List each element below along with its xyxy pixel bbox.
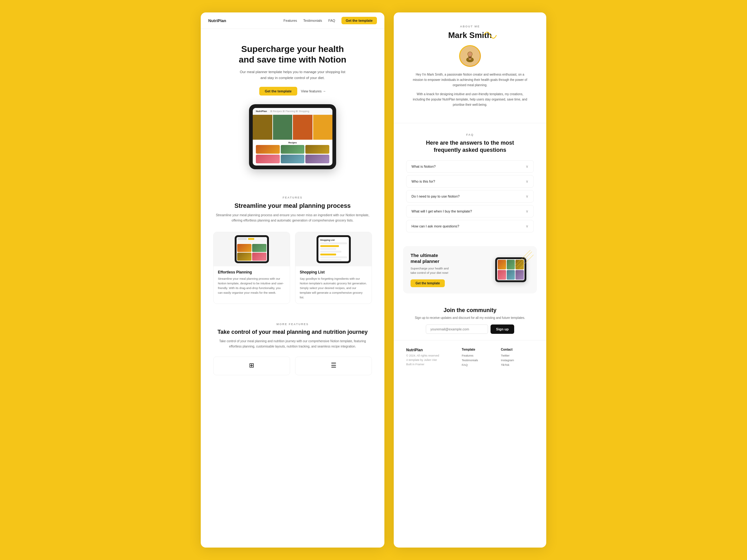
list-icon: ☰	[331, 362, 336, 369]
feature-card-shopping-body: Shopping List Say goodbye to forgetting …	[295, 266, 371, 304]
cta-thumb-4	[498, 270, 506, 280]
mini-thumb-1	[237, 244, 252, 252]
hero-features-link[interactable]: View features →	[301, 87, 326, 96]
footer-link-features[interactable]: Features	[462, 354, 495, 357]
more-features-text: Take control of your meal planning and n…	[213, 339, 372, 349]
feature-card-planning: Effortless Planning Streamline your meal…	[213, 232, 290, 304]
mini-thumb-4	[252, 252, 266, 261]
footer-copy: © 2024. All rights reserved	[406, 354, 456, 357]
recipe-thumb-2	[281, 145, 305, 154]
email-input[interactable]	[426, 324, 488, 334]
footer-template-col: Template Features Testimonials FAQ	[462, 348, 495, 368]
food-cell-3	[293, 115, 312, 140]
mini-screen-planning	[236, 237, 267, 261]
faq-item-4[interactable]: How can I ask more questions? ∨	[406, 220, 534, 232]
about-label: ABOUT ME	[412, 25, 527, 28]
mini-bar	[237, 238, 247, 240]
more-feature-icons: ⊞ ☰	[213, 356, 372, 375]
faq-item-3[interactable]: What will I get when I buy the template?…	[406, 205, 534, 217]
feature-card-shopping-title: Shopping List	[300, 270, 367, 274]
food-cell-2	[273, 115, 292, 140]
nav-link-features[interactable]: Features	[284, 19, 297, 22]
mini-list-3	[320, 248, 336, 250]
recipe-thumb-3	[305, 145, 329, 154]
faq-question-4: How can I ask more questions?	[411, 224, 459, 228]
mini-bar-accent	[248, 238, 254, 240]
cta-thumb-6	[515, 270, 524, 280]
faq-chevron-2: ∨	[526, 194, 529, 198]
cta-thumb-5	[507, 270, 515, 280]
mini-list-4	[320, 251, 342, 252]
mini-thumb-3	[237, 252, 252, 261]
hero-tablet-mockup: NutriPlan ⊞ Recipes ⊞ Planning ⊞ Shoppin…	[249, 104, 336, 169]
feature-card-planning-title: Effortless Planning	[218, 270, 285, 274]
faq-section: FAQ Here are the answers to the mostfreq…	[394, 126, 546, 241]
footer-link-faq[interactable]: FAQ	[462, 363, 495, 367]
nav-link-faq[interactable]: FAQ	[328, 19, 335, 22]
nav-link-testimonials[interactable]: Testimonials	[303, 19, 322, 22]
nav-cta-button[interactable]: Get the template	[341, 17, 377, 24]
cta-title: The ultimatemeal planner	[411, 252, 490, 264]
features-title: Streamline your meal planning process	[213, 202, 372, 209]
more-feature-icon-grid: ⊞	[213, 356, 290, 375]
more-features-title: Take control of your meal planning and n…	[213, 329, 372, 336]
faq-title: Here are the answers to the mostfrequent…	[406, 139, 534, 154]
cta-card: The ultimatemeal planner Supercharge you…	[403, 246, 537, 294]
faq-question-3: What will I get when I buy the template?	[411, 209, 472, 213]
mini-screen-shopping: Shopping List	[318, 237, 349, 261]
about-name-wrap: Mark Smith	[448, 30, 492, 45]
mini-list-6	[320, 256, 347, 258]
mini-list-7	[320, 259, 342, 261]
footer-contact-title: Contact	[501, 348, 534, 351]
feature-card-planning-body: Effortless Planning Streamline your meal…	[213, 266, 290, 299]
recipe-thumb-5	[281, 155, 305, 163]
mini-list-2	[320, 245, 339, 247]
about-bio2: With a knack for designing intuitive and…	[412, 91, 527, 107]
faq-question-2: Do I need to pay to use Notion?	[411, 194, 460, 198]
feature-card-planning-text: Streamline your meal planning process wi…	[218, 276, 285, 295]
faq-chevron-1: ∨	[526, 179, 529, 184]
footer-template-title: Template	[462, 348, 495, 351]
left-page-card: NutriPlan Features Testimonials FAQ Get …	[201, 12, 384, 548]
more-feature-icon-list: ☰	[295, 356, 372, 375]
footer-grid: NutriPlan © 2024. All rights reserved A …	[406, 348, 534, 368]
hero-cta-button[interactable]: Get the template	[259, 87, 297, 96]
svg-point-2	[468, 52, 472, 56]
signup-button[interactable]: Sign up	[491, 324, 514, 334]
faq-item-0[interactable]: What is Notion? ∨	[406, 160, 534, 173]
faq-item-2[interactable]: Do I need to pay to use Notion? ∨	[406, 190, 534, 203]
faq-chevron-0: ∨	[526, 164, 529, 169]
mini-list-5	[320, 254, 336, 256]
svg-line-4	[516, 252, 532, 267]
footer-link-testimonials[interactable]: Testimonials	[462, 358, 495, 362]
footer-brand: NutriPlan	[406, 348, 456, 352]
footer-built: Built in Framer	[406, 363, 456, 366]
tablet-recipe-grid	[256, 145, 329, 163]
footer-link-instagram[interactable]: Instagram	[501, 358, 534, 362]
features-label: FEATURES	[213, 196, 372, 199]
cta-text-block: The ultimatemeal planner Supercharge you…	[411, 252, 490, 288]
mini-tablet-planning	[235, 235, 269, 263]
footer-link-twitter[interactable]: Twitter	[501, 354, 534, 357]
faq-item-1[interactable]: Who is this for? ∨	[406, 175, 534, 188]
nav-links: Features Testimonials FAQ Get the templa…	[284, 17, 377, 24]
features-subtitle: Streamline your meal planning process an…	[213, 212, 372, 223]
food-cell-1	[253, 115, 272, 140]
faq-question-1: Who is this for?	[411, 180, 435, 183]
grid-icon: ⊞	[249, 362, 254, 369]
faq-chevron-3: ∨	[526, 209, 529, 213]
mini-thumb-row	[236, 243, 267, 261]
feature-cards: Effortless Planning Streamline your meal…	[213, 232, 372, 304]
tablet-food-grid	[253, 115, 332, 140]
footer-byline: A template by Julien Vier	[406, 358, 456, 362]
mini-thumb-2	[252, 244, 266, 252]
avatar-inner	[460, 46, 480, 66]
recipe-thumb-6	[305, 155, 329, 163]
feature-card-shopping-text: Say goodbye to forgetting ingredients wi…	[300, 276, 367, 300]
footer-link-tiktok[interactable]: TikTok	[501, 363, 534, 367]
svg-line-6	[515, 250, 531, 266]
hero-title: Supercharge your health and save time wi…	[220, 44, 366, 65]
cta-button[interactable]: Get the template	[411, 279, 445, 287]
hero-section: Supercharge your health and save time wi…	[201, 29, 384, 185]
navbar: NutriPlan Features Testimonials FAQ Get …	[201, 12, 384, 29]
